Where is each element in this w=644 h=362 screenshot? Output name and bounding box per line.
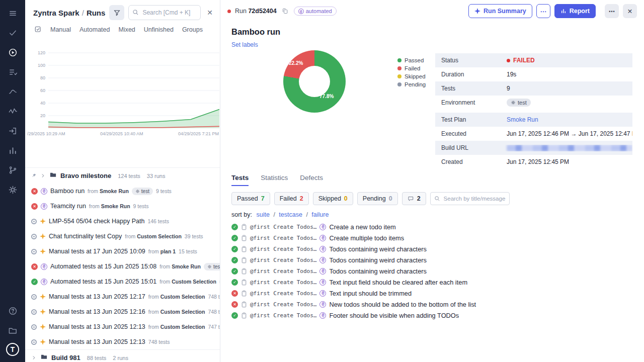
sidebar-test-plans-button[interactable] xyxy=(6,65,20,79)
tab-manual[interactable]: Manual xyxy=(50,26,71,33)
sort-by-suite[interactable]: suite xyxy=(256,211,269,218)
tests-search-input[interactable] xyxy=(430,192,510,205)
projects-button[interactable] xyxy=(6,323,20,337)
tab-statistics[interactable]: Statistics xyxy=(261,174,288,186)
report-button[interactable]: Report xyxy=(554,4,596,18)
run-summary-button[interactable]: Run Summary xyxy=(468,4,532,18)
status-failed-icon xyxy=(231,290,238,297)
filter-pending[interactable]: Pending0 xyxy=(357,192,398,205)
test-suite: @first Create Todos… xyxy=(250,301,316,308)
select-all-icon[interactable] xyxy=(34,26,42,33)
run-list-item[interactable]: Teamcity run from Smoke Run 9 tests xyxy=(25,199,220,214)
run-source: from Custom Selection xyxy=(125,233,182,239)
run-list-item[interactable]: Manual tests at 13 Jun 2025 12:13 from C… xyxy=(25,319,220,334)
sidebar-branches-button[interactable] xyxy=(6,163,20,177)
copy-run-id-button[interactable] xyxy=(281,7,290,16)
status-failed-icon xyxy=(231,301,238,308)
filter-passed[interactable]: Passed7 xyxy=(231,192,270,205)
test-row[interactable]: @first Create Todos… Create a new todo i… xyxy=(231,221,636,232)
tab-groups[interactable]: Groups xyxy=(182,26,203,33)
sidebar-runs-button[interactable] xyxy=(6,45,20,59)
sidebar-reports-button[interactable] xyxy=(6,143,20,157)
sidebar-analytics-button[interactable] xyxy=(6,104,20,118)
legend-dot-failed xyxy=(397,66,401,70)
run-test-count: 748 tests xyxy=(208,309,220,315)
more-actions-button[interactable]: ⋯ xyxy=(536,4,550,18)
test-row[interactable]: @first Create Todos… Todos containing we… xyxy=(231,243,636,254)
folder-icon xyxy=(8,326,18,335)
close-run-button[interactable]: ✕ xyxy=(623,4,637,18)
status-passed-icon xyxy=(231,257,238,263)
run-list-item[interactable]: Bamboo run from Smoke Run test 9 tests xyxy=(25,184,220,199)
status-pending-icon xyxy=(31,339,37,345)
run-list-item[interactable]: Manual tests at 13 Jun 2025 12:16 from C… xyxy=(25,304,220,319)
info-row-tests: Tests 9 xyxy=(435,81,632,96)
env-tag: test xyxy=(132,188,153,195)
legend-item: Passed xyxy=(397,56,426,64)
manual-run-icon xyxy=(40,309,46,315)
tab-defects[interactable]: Defects xyxy=(300,174,323,186)
sort-by-testcase[interactable]: testcase xyxy=(279,211,302,218)
runs-panel: Zyntra Spark / Runs ✕ Manual Automated M… xyxy=(25,0,220,362)
chevron-right-icon[interactable] xyxy=(40,171,46,180)
app-logo[interactable]: T xyxy=(6,343,19,356)
run-title: Manual tests at 13 Jun 2025 12:17 xyxy=(49,293,145,300)
test-title: New todos should be added to the bottom … xyxy=(329,301,476,308)
runs-search-input[interactable] xyxy=(128,5,201,20)
info-row-environment: Environment test xyxy=(435,96,632,110)
sidebar-pulse-button[interactable] xyxy=(6,84,20,99)
menu-button[interactable] xyxy=(6,6,20,20)
runs-search-box xyxy=(128,5,201,20)
automated-icon xyxy=(41,203,47,210)
test-suite: @first Create Todos… xyxy=(250,257,316,263)
tab-automated[interactable]: Automated xyxy=(79,26,110,33)
activity-icon xyxy=(8,107,18,116)
milestone-group-row[interactable]: Bravo milestone 124 tests 33 runs xyxy=(25,167,220,184)
close-panel-button[interactable]: ✕ xyxy=(205,8,215,18)
x-axis-tick: /29/2025 10:29 AM xyxy=(27,131,65,136)
test-row[interactable]: @first Create Todos… Footer should be vi… xyxy=(231,310,636,321)
run-list-item[interactable]: Automated tests at 15 Jun 2025 15:08 fro… xyxy=(25,259,220,274)
automated-icon xyxy=(319,301,326,308)
sidebar-settings-button[interactable] xyxy=(6,183,20,197)
run-list-item[interactable]: Manual tests at 13 Jun 2025 12:13 748 te… xyxy=(25,334,220,349)
test-suite: @first Create Todos… xyxy=(250,268,316,275)
build-group-row[interactable]: Build 981 88 tests 2 runs xyxy=(25,349,220,362)
legend-dot-passed xyxy=(397,58,401,62)
run-list-item[interactable]: Manual tests at 17 Jun 2025 10:09 from p… xyxy=(25,244,220,259)
filter-failed[interactable]: Failed2 xyxy=(274,192,309,205)
run-list-item[interactable]: Chat functinality test Copy from Custom … xyxy=(25,229,220,244)
sort-by-failure[interactable]: failure xyxy=(311,211,329,218)
test-row[interactable]: @first Create Todos… Text input field sh… xyxy=(231,277,636,288)
help-button[interactable] xyxy=(6,304,20,318)
tab-mixed[interactable]: Mixed xyxy=(118,26,135,33)
test-row[interactable]: @first Create Todos… Todos containing we… xyxy=(231,254,636,265)
test-row[interactable]: @first Create Todos… New todos should be… xyxy=(231,299,636,310)
test-title: Todos containing weird characters xyxy=(329,245,426,253)
status-failed-icon xyxy=(31,188,38,195)
filter-skipped[interactable]: Skipped0 xyxy=(313,192,353,205)
tab-unfinished[interactable]: Unfinished xyxy=(144,26,174,33)
clipboard-icon xyxy=(241,224,247,230)
breadcrumb-separator: / xyxy=(82,9,84,17)
gear-icon xyxy=(511,100,516,105)
breadcrumb-project[interactable]: Zyntra Spark xyxy=(33,9,79,17)
test-plan-link[interactable]: Smoke Run xyxy=(507,116,538,123)
test-row[interactable]: @first Create Todos… Create multiple tod… xyxy=(231,232,636,243)
sidebar-tests-button[interactable] xyxy=(6,26,20,40)
sidebar-import-button[interactable] xyxy=(6,124,20,138)
status-passed-icon xyxy=(231,246,238,252)
run-list-item[interactable]: Manual tests at 13 Jun 2025 12:17 from C… xyxy=(25,289,220,304)
run-list-item[interactable]: Automated tests at 15 Jun 2025 15:01 fro… xyxy=(25,274,220,289)
build-url-redacted[interactable] xyxy=(507,145,632,151)
test-row[interactable]: @first Create Todos… Text input should b… xyxy=(231,288,636,299)
secondary-more-button[interactable]: ⋯ xyxy=(605,4,619,18)
set-labels-link[interactable]: Set labels xyxy=(231,41,258,48)
filter-comments[interactable]: 2 xyxy=(402,192,426,205)
status-passed-icon xyxy=(231,235,238,241)
filter-button[interactable] xyxy=(109,5,124,20)
run-list-item[interactable]: LMP-554 05/04 check Happy Path 146 tests xyxy=(25,214,220,229)
tab-tests[interactable]: Tests xyxy=(231,174,249,186)
chevron-right-icon[interactable] xyxy=(31,353,37,362)
test-row[interactable]: @first Create Todos… Todos containing we… xyxy=(231,265,636,277)
